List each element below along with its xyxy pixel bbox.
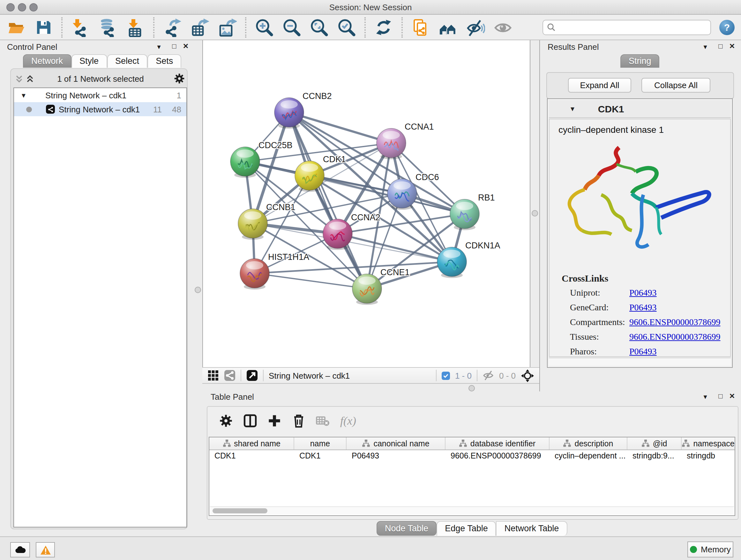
open-session-icon[interactable] (6, 17, 25, 37)
crosslink-uniprot-link[interactable]: P06493 (629, 288, 657, 298)
toolbar-separator (436, 370, 436, 381)
table-horizontal-scrollbar[interactable] (210, 506, 734, 515)
add-column-icon[interactable] (267, 414, 281, 428)
left-splitter-handle[interactable] (195, 287, 201, 293)
show-columns-icon[interactable] (243, 414, 257, 428)
node-gloss (456, 202, 473, 210)
column-header-description[interactable]: description (549, 437, 627, 449)
control-panel-title: Control Panel (7, 42, 57, 52)
left-splitter[interactable] (193, 40, 202, 537)
scrollbar-thumb[interactable] (212, 508, 267, 513)
results-panel-float-icon[interactable]: □ (716, 42, 725, 50)
delete-table-icon-disabled[interactable] (316, 414, 330, 428)
string-view-icon[interactable] (224, 370, 235, 381)
horizontal-splitter[interactable] (202, 384, 741, 391)
table-panel-float-icon[interactable]: □ (716, 392, 725, 400)
status-bar (0, 537, 741, 560)
network-collection-count: 1 (177, 90, 181, 100)
right-splitter[interactable] (530, 40, 539, 367)
tab-edge-table[interactable]: Edge Table (436, 521, 496, 536)
column-header-namespace[interactable]: namespace (682, 437, 735, 449)
show-items-disabled-icon[interactable] (493, 17, 513, 37)
results-panel-menu-icon[interactable]: ▾ (701, 43, 710, 51)
crosslink-pharos-link[interactable]: P06493 (629, 347, 657, 357)
detach-view-icon[interactable] (246, 370, 258, 381)
node-gloss (358, 276, 376, 285)
selected-checkbox-icon[interactable] (442, 371, 450, 380)
current-network-dot-icon (26, 106, 32, 112)
warning-button[interactable] (36, 542, 55, 557)
tree-expand-icon[interactable]: ▼ (19, 91, 28, 99)
memory-button[interactable]: Memory (687, 542, 733, 557)
import-database-icon[interactable] (98, 17, 118, 37)
collapse-all-icon[interactable] (15, 75, 23, 85)
control-panel-float-icon[interactable]: □ (170, 42, 179, 50)
hidden-eye-icon[interactable] (482, 370, 494, 381)
crosslink-tissues-link[interactable]: 9606.ENSP00000378699 (629, 332, 720, 342)
horizontal-splitter-handle[interactable] (468, 385, 475, 391)
table-gear-icon[interactable] (219, 414, 233, 428)
protein-card-header[interactable]: ▼ CDK1 (549, 100, 731, 118)
network-edge-count: 48 (172, 105, 181, 114)
right-splitter-handle[interactable] (532, 210, 538, 216)
collapse-all-button[interactable]: Collapse All (642, 78, 711, 92)
column-header-shared-name[interactable]: shared name (209, 437, 294, 449)
column-header-name[interactable]: name (294, 437, 347, 449)
table-panel-menu-icon[interactable]: ▾ (701, 393, 710, 401)
hide-items-icon[interactable] (466, 17, 485, 37)
function-builder-icon[interactable]: f(x) (340, 414, 356, 428)
crosslink-compartments-link[interactable]: 9606.ENSP00000378699 (629, 317, 720, 327)
search-field[interactable] (542, 19, 711, 35)
control-panel-close-icon[interactable]: ✕ (181, 42, 190, 51)
table-panel-close-icon[interactable]: ✕ (728, 392, 737, 400)
birds-eye-toggle-icon[interactable] (521, 369, 534, 382)
column-header-id[interactable]: @id (627, 437, 682, 449)
crosslink-genecard-link[interactable]: P06493 (629, 302, 657, 313)
grid-view-icon[interactable] (207, 370, 219, 381)
network-collection-row[interactable]: ▼ String Network – cdk1 1 (14, 88, 186, 102)
protein-card-scroll-strip[interactable] (549, 358, 731, 366)
refresh-icon[interactable] (374, 17, 393, 37)
zoom-selected-icon[interactable] (337, 17, 356, 37)
import-table-icon[interactable] (126, 17, 145, 37)
collapse-section-icon[interactable]: ▼ (569, 105, 576, 112)
search-input[interactable] (558, 22, 706, 32)
export-image-icon[interactable] (218, 17, 237, 37)
network-edge[interactable] (310, 176, 465, 214)
node-label: CCNE1 (381, 267, 410, 277)
cloud-button[interactable] (10, 542, 30, 557)
zoom-out-icon[interactable] (282, 17, 301, 37)
import-network-icon[interactable] (71, 17, 90, 37)
network-edge[interactable] (289, 112, 367, 289)
zoom-fit-icon[interactable] (310, 17, 329, 37)
export-network-icon[interactable] (163, 17, 182, 37)
network-canvas[interactable]: CCNB2CCNA1CDC25BCDK1CDC6RB1CCNB1CCNA2CDK… (202, 40, 530, 367)
node-label: RB1 (478, 193, 495, 202)
tab-sets[interactable]: Sets (147, 54, 181, 68)
share-document-icon[interactable] (411, 17, 430, 37)
help-icon[interactable]: ? (719, 19, 735, 35)
expand-all-icon[interactable] (26, 75, 34, 85)
tab-string[interactable]: String (620, 54, 660, 68)
results-panel-close-icon[interactable]: ✕ (728, 42, 737, 51)
network-row-selected[interactable]: String Network – cdk1 11 48 (14, 102, 186, 116)
tab-node-table[interactable]: Node Table (377, 521, 436, 536)
string-home-icon[interactable] (439, 17, 458, 37)
column-header-database-identifier[interactable]: database identifier (446, 437, 549, 449)
expand-all-button[interactable]: Expand All (568, 78, 631, 92)
tab-network[interactable]: Network (23, 54, 71, 68)
table-row[interactable]: CDK1 CDK1 P06493 9606.ENSP00000378699 cy… (209, 450, 735, 462)
save-session-icon[interactable] (34, 17, 53, 37)
tab-network-table[interactable]: Network Table (496, 521, 567, 536)
zoom-in-icon[interactable] (255, 17, 274, 37)
delete-column-icon[interactable] (292, 414, 306, 428)
tab-select[interactable]: Select (107, 54, 147, 68)
hierarchy-icon (682, 439, 690, 448)
application-window: Session: New Session ? Control Panel ▾ (0, 0, 741, 560)
control-panel-menu-icon[interactable]: ▾ (154, 43, 163, 51)
network-options-gear-icon[interactable] (174, 73, 185, 86)
export-table-icon[interactable] (190, 17, 209, 37)
tab-style[interactable]: Style (71, 54, 107, 68)
column-header-canonical-name[interactable]: canonical name (347, 437, 446, 449)
network-edge[interactable] (255, 273, 367, 289)
